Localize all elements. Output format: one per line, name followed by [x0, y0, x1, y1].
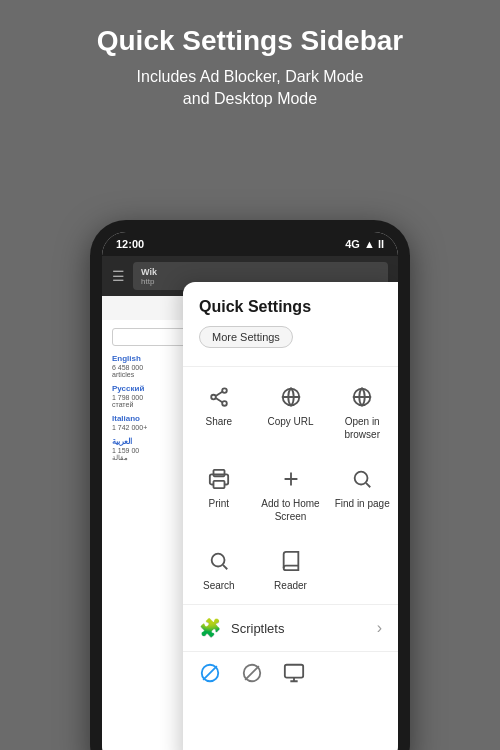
header-subtitle: Includes Ad Blocker, Dark Modeand Deskto…	[20, 66, 480, 111]
svg-line-12	[366, 483, 370, 487]
phone-frame: 12:00 4G ▲ II ☰ Wik http English 6 458 0…	[90, 220, 410, 750]
scriptlets-row[interactable]: 🧩 Scriptlets ›	[183, 604, 398, 651]
svg-line-14	[223, 565, 227, 569]
modal-divider-1	[183, 366, 398, 367]
share-icon	[208, 385, 230, 409]
svg-point-13	[211, 554, 224, 567]
status-bar: 12:00 4G ▲ II	[102, 232, 398, 256]
svg-line-4	[216, 398, 223, 402]
copy-url-button[interactable]: Copy URL	[255, 375, 327, 449]
header-section: Quick Settings Sidebar Includes Ad Block…	[0, 0, 500, 126]
grid-row-2: Print Add to Home Screen	[183, 453, 398, 535]
ad-block-icon-1[interactable]	[199, 662, 221, 689]
share-label: Share	[205, 415, 232, 428]
more-settings-button[interactable]: More Settings	[199, 326, 293, 348]
print-button[interactable]: Print	[183, 457, 255, 531]
reader-button[interactable]: Reader	[255, 539, 327, 600]
grid-row-3: Search Reader	[183, 535, 398, 604]
chevron-down-icon: ›	[377, 619, 382, 637]
svg-point-11	[355, 472, 368, 485]
open-in-browser-label: Open in browser	[330, 415, 394, 441]
header-title: Quick Settings Sidebar	[20, 24, 480, 58]
find-in-page-button[interactable]: Find in page	[326, 457, 398, 531]
hamburger-icon[interactable]: ☰	[112, 268, 125, 284]
print-label: Print	[209, 497, 230, 510]
open-in-browser-icon	[351, 385, 373, 409]
search-icon	[208, 549, 230, 573]
open-in-browser-button[interactable]: Open in browser	[326, 375, 398, 449]
svg-rect-19	[285, 665, 303, 678]
svg-point-0	[222, 388, 227, 393]
scriptlets-icon: 🧩	[199, 617, 221, 639]
find-in-page-icon	[351, 467, 373, 491]
find-in-page-label: Find in page	[335, 497, 390, 510]
desktop-icon[interactable]	[283, 662, 305, 689]
print-icon	[208, 467, 230, 491]
bottom-icons-row	[183, 651, 398, 699]
svg-rect-8	[213, 481, 224, 488]
add-to-home-screen-button[interactable]: Add to Home Screen	[255, 457, 327, 531]
add-to-home-screen-label: Add to Home Screen	[259, 497, 323, 523]
svg-line-3	[216, 392, 223, 396]
network-indicator: 4G	[345, 238, 360, 250]
empty-cell	[326, 539, 398, 600]
modal-title: Quick Settings	[199, 298, 382, 316]
modal-header: Quick Settings More Settings	[183, 282, 398, 356]
svg-point-1	[211, 395, 216, 400]
phone-screen: 12:00 4G ▲ II ☰ Wik http English 6 458 0…	[102, 232, 398, 750]
reader-label: Reader	[274, 579, 307, 592]
copy-url-label: Copy URL	[267, 415, 313, 428]
scriptlets-label: Scriptlets	[231, 621, 377, 636]
url-bar-title: Wik	[141, 267, 380, 277]
search-label: Search	[203, 579, 235, 592]
status-time: 12:00	[116, 238, 144, 250]
grid-row-1: Share Copy URL	[183, 371, 398, 453]
signal-indicator: ▲ II	[364, 238, 384, 250]
search-button[interactable]: Search	[183, 539, 255, 600]
reader-icon	[280, 549, 302, 573]
add-to-home-screen-icon	[280, 467, 302, 491]
svg-line-18	[245, 666, 259, 680]
status-bar-right: 4G ▲ II	[345, 238, 384, 250]
quick-settings-modal: Quick Settings More Settings	[183, 282, 398, 750]
svg-point-2	[222, 401, 227, 406]
copy-url-icon	[280, 385, 302, 409]
share-button[interactable]: Share	[183, 375, 255, 449]
ad-block-icon-2[interactable]	[241, 662, 263, 689]
svg-line-16	[203, 666, 217, 680]
